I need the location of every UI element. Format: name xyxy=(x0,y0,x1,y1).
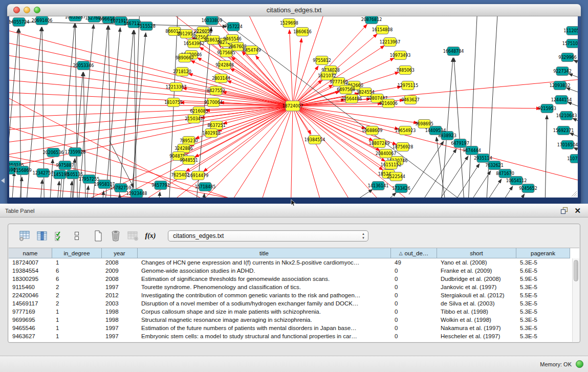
graph-node[interactable]: 18724007 xyxy=(282,101,303,111)
table-settings-icon[interactable] xyxy=(18,229,31,243)
show-columns-icon[interactable] xyxy=(36,229,48,243)
graph-edge-red[interactable] xyxy=(9,105,293,106)
table-row[interactable]: 946554611997Estimation of the future num… xyxy=(9,324,579,332)
graph-edge-red[interactable] xyxy=(293,106,540,108)
graph-edge-black[interactable] xyxy=(116,30,134,198)
graph-node[interactable]: 9755812 xyxy=(313,56,331,65)
graph-node[interactable]: 2718120 xyxy=(173,68,191,76)
graph-edge-black[interactable] xyxy=(68,181,72,198)
graph-node[interactable]: 1860616 xyxy=(293,28,312,36)
graph-edge-red[interactable] xyxy=(9,67,293,106)
graph-node[interactable]: 1733426 xyxy=(392,184,410,193)
delete-column-icon[interactable] xyxy=(110,229,122,243)
graph-node[interactable]: 14055724 xyxy=(9,18,29,27)
new-column-icon[interactable] xyxy=(92,229,104,243)
graph-node[interactable]: 12923448 xyxy=(126,189,147,198)
select-rows-icon[interactable] xyxy=(53,229,66,243)
table-selector-dropdown[interactable]: citations_edges.txt ▲▼ xyxy=(168,230,368,242)
graph-edge-black[interactable] xyxy=(409,141,444,194)
table-vertical-scrollbar[interactable] xyxy=(572,258,579,342)
graph-edge-black[interactable] xyxy=(467,16,477,198)
graph-node[interactable]: 12975115 xyxy=(398,81,419,90)
table-row[interactable]: 1456911722003Disruption of a novel membe… xyxy=(9,299,579,308)
graph-node[interactable]: 15751074 xyxy=(562,39,578,48)
column-header-title[interactable]: title xyxy=(138,248,391,258)
graph-node[interactable]: 7625402 xyxy=(171,171,189,180)
graph-node[interactable]: 1145193 xyxy=(51,170,69,179)
graph-edge-black[interactable] xyxy=(433,156,468,198)
graph-node[interactable]: 9463627 xyxy=(401,96,420,104)
graph-edge-black[interactable] xyxy=(10,172,14,198)
graph-edge-red[interactable] xyxy=(9,106,293,130)
minimize-window-icon[interactable] xyxy=(24,7,30,13)
graph-node[interactable]: 1112053 xyxy=(563,27,578,35)
table-row[interactable]: 946362711997Embryonic stem cells: a mode… xyxy=(9,332,579,340)
table-row[interactable]: 2242004622012Investigating the contribut… xyxy=(9,291,579,299)
close-window-icon[interactable] xyxy=(13,7,20,13)
graph-node[interactable]: 16914479 xyxy=(188,171,209,180)
network-window-titlebar[interactable]: citations_edges.txt xyxy=(7,4,581,16)
zoom-window-icon[interactable] xyxy=(34,7,40,13)
graph-edge-black[interactable] xyxy=(454,58,466,198)
table-row[interactable]: 969969511998Structural magnetic resonanc… xyxy=(9,316,579,324)
graph-node[interactable]: 2803144 xyxy=(212,74,230,83)
graph-edge-black[interactable] xyxy=(200,193,205,198)
column-header-short[interactable]: short xyxy=(437,248,516,258)
graph-edge-black[interactable] xyxy=(574,60,578,71)
graph-edge-black[interactable] xyxy=(545,115,547,198)
graph-node[interactable]: 14136141 xyxy=(368,182,389,190)
graph-node[interactable]: 10653287 xyxy=(65,16,86,21)
graph-edge-black[interactable] xyxy=(456,171,491,198)
graph-edge-red[interactable] xyxy=(245,16,293,106)
scrollbar-thumb[interactable] xyxy=(574,260,578,281)
graph-node[interactable]: 20876812 xyxy=(361,16,382,24)
column-header-indegree[interactable]: in_degree xyxy=(52,248,102,258)
graph-node[interactable]: 20564486 xyxy=(341,95,362,103)
graph-node[interactable]: 19384554 xyxy=(304,136,325,144)
graph-node[interactable]: 20053346 xyxy=(73,61,94,70)
close-panel-icon[interactable]: ✕ xyxy=(574,207,581,214)
graph-edge-black[interactable] xyxy=(38,180,42,198)
graph-node[interactable]: 12213967 xyxy=(380,38,401,47)
graph-node[interactable]: 18756928 xyxy=(393,143,413,151)
graph-node[interactable]: 9227342 xyxy=(553,67,572,76)
graph-edge-black[interactable] xyxy=(55,181,59,198)
graph-node[interactable]: 7485063 xyxy=(396,66,415,75)
graph-edge-red[interactable] xyxy=(290,30,293,106)
graph-node[interactable]: 9245652 xyxy=(519,184,537,193)
graph-edge-red[interactable] xyxy=(9,54,293,106)
graph-edge-black[interactable] xyxy=(110,141,134,187)
graph-node[interactable]: 9457791 xyxy=(151,181,170,190)
graph-edge-black[interactable] xyxy=(48,159,53,198)
function-builder-icon[interactable]: f(x) xyxy=(144,229,157,243)
graph-node[interactable]: 16154808 xyxy=(372,26,393,34)
graph-node[interactable]: 9242848 xyxy=(215,61,234,70)
graph-edge-black[interactable] xyxy=(445,164,480,198)
table-row[interactable]: 911546021997Tourette syndrome. Phenomeno… xyxy=(9,283,579,291)
graph-edge-black[interactable] xyxy=(357,192,396,198)
graph-edge-red[interactable] xyxy=(9,28,293,106)
graph-edge-red[interactable] xyxy=(9,106,293,118)
float-panel-icon[interactable] xyxy=(560,207,568,214)
graph-node[interactable]: 12093832 xyxy=(550,81,571,90)
column-header-year[interactable]: year xyxy=(102,248,138,258)
table-row[interactable]: 1872400712008Changes of HCN gene express… xyxy=(9,258,579,267)
graph-edge-black[interactable] xyxy=(91,26,108,198)
graph-edge-red[interactable] xyxy=(293,106,362,198)
graph-edge-black[interactable] xyxy=(108,26,111,198)
column-header-name[interactable]: name xyxy=(9,248,52,258)
graph-edge-red[interactable] xyxy=(293,106,434,198)
graph-node[interactable]: 9215953 xyxy=(538,104,556,113)
graph-node[interactable]: 16648784 xyxy=(443,47,464,56)
graph-edge-red[interactable] xyxy=(231,47,293,106)
graph-edge-black[interactable] xyxy=(485,16,498,198)
graph-edge-black[interactable] xyxy=(316,189,373,198)
memory-indicator-icon[interactable] xyxy=(576,360,583,368)
graph-edge-black[interactable] xyxy=(478,186,513,198)
graph-edge-red[interactable] xyxy=(293,106,578,185)
graph-edge-red[interactable] xyxy=(293,38,301,106)
graph-edge-black[interactable] xyxy=(467,179,502,198)
graph-node[interactable]: 10973493 xyxy=(390,51,411,60)
graph-node[interactable]: 20691406 xyxy=(32,16,53,25)
graph-node[interactable]: 1107534 xyxy=(567,155,578,163)
